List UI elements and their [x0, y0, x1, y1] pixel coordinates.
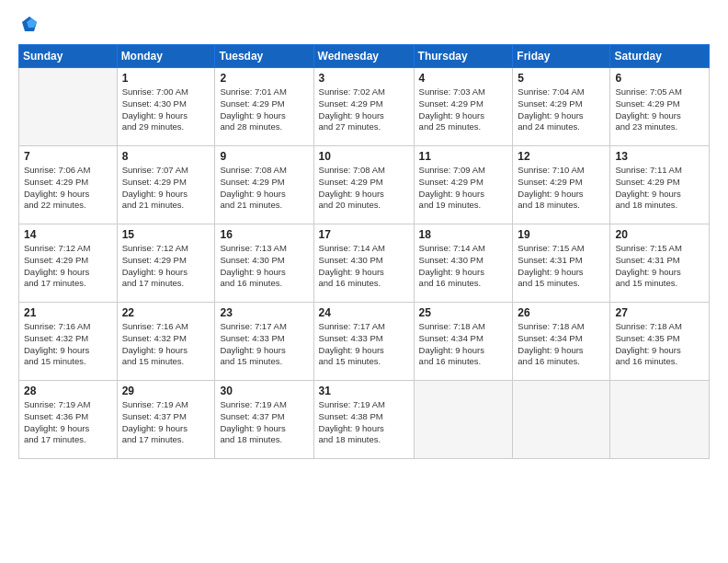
- day-info: Sunrise: 7:13 AM Sunset: 4:30 PM Dayligh…: [220, 243, 308, 290]
- day-info: Sunrise: 7:12 AM Sunset: 4:29 PM Dayligh…: [24, 243, 112, 290]
- calendar-cell: [19, 68, 118, 146]
- calendar-cell: 29Sunrise: 7:19 AM Sunset: 4:37 PM Dayli…: [117, 381, 215, 459]
- weekday-header-thursday: Thursday: [414, 45, 513, 68]
- calendar-cell: 14Sunrise: 7:12 AM Sunset: 4:29 PM Dayli…: [19, 224, 118, 303]
- weekday-header-tuesday: Tuesday: [215, 45, 313, 68]
- calendar-cell: 3Sunrise: 7:02 AM Sunset: 4:29 PM Daylig…: [313, 68, 414, 146]
- day-number: 11: [419, 150, 508, 163]
- week-row-2: 7Sunrise: 7:06 AM Sunset: 4:29 PM Daylig…: [19, 146, 710, 224]
- day-info: Sunrise: 7:11 AM Sunset: 4:29 PM Dayligh…: [615, 165, 704, 212]
- day-info: Sunrise: 7:02 AM Sunset: 4:29 PM Dayligh…: [319, 86, 409, 133]
- day-info: Sunrise: 7:09 AM Sunset: 4:29 PM Dayligh…: [419, 165, 508, 212]
- calendar-cell: 7Sunrise: 7:06 AM Sunset: 4:29 PM Daylig…: [19, 146, 118, 224]
- day-number: 4: [419, 72, 508, 85]
- calendar-cell: 8Sunrise: 7:07 AM Sunset: 4:29 PM Daylig…: [117, 146, 215, 224]
- calendar-cell: 13Sunrise: 7:11 AM Sunset: 4:29 PM Dayli…: [610, 146, 710, 224]
- calendar-cell: [513, 381, 610, 459]
- day-info: Sunrise: 7:01 AM Sunset: 4:29 PM Dayligh…: [220, 86, 308, 133]
- day-number: 10: [319, 150, 409, 163]
- logo-icon: [18, 15, 39, 35]
- day-info: Sunrise: 7:18 AM Sunset: 4:34 PM Dayligh…: [419, 321, 508, 368]
- calendar-page: SundayMondayTuesdayWednesdayThursdayFrid…: [0, 0, 728, 563]
- weekday-header-monday: Monday: [117, 45, 215, 68]
- logo: [18, 15, 42, 35]
- calendar-cell: [414, 381, 513, 459]
- day-number: 24: [319, 306, 409, 319]
- day-info: Sunrise: 7:07 AM Sunset: 4:29 PM Dayligh…: [122, 165, 210, 212]
- calendar-cell: 6Sunrise: 7:05 AM Sunset: 4:29 PM Daylig…: [610, 68, 710, 146]
- day-number: 2: [220, 72, 308, 85]
- day-number: 28: [24, 385, 112, 397]
- calendar-cell: 28Sunrise: 7:19 AM Sunset: 4:36 PM Dayli…: [19, 381, 118, 459]
- calendar-cell: 2Sunrise: 7:01 AM Sunset: 4:29 PM Daylig…: [215, 68, 313, 146]
- day-info: Sunrise: 7:16 AM Sunset: 4:32 PM Dayligh…: [24, 321, 112, 368]
- day-number: 5: [518, 72, 605, 85]
- calendar-cell: 22Sunrise: 7:16 AM Sunset: 4:32 PM Dayli…: [117, 303, 215, 381]
- day-number: 9: [220, 150, 308, 163]
- calendar-cell: [610, 381, 710, 459]
- day-info: Sunrise: 7:18 AM Sunset: 4:35 PM Dayligh…: [615, 321, 704, 368]
- calendar-cell: 1Sunrise: 7:00 AM Sunset: 4:30 PM Daylig…: [117, 68, 215, 146]
- calendar-cell: 30Sunrise: 7:19 AM Sunset: 4:37 PM Dayli…: [215, 381, 313, 459]
- calendar-cell: 19Sunrise: 7:15 AM Sunset: 4:31 PM Dayli…: [513, 224, 610, 303]
- page-header: [18, 15, 710, 35]
- calendar-cell: 5Sunrise: 7:04 AM Sunset: 4:29 PM Daylig…: [513, 68, 610, 146]
- day-number: 22: [122, 306, 210, 319]
- day-info: Sunrise: 7:19 AM Sunset: 4:36 PM Dayligh…: [24, 399, 112, 446]
- day-number: 25: [419, 306, 508, 319]
- day-number: 19: [518, 228, 605, 241]
- day-info: Sunrise: 7:10 AM Sunset: 4:29 PM Dayligh…: [518, 165, 605, 212]
- day-number: 17: [319, 228, 409, 241]
- calendar-cell: 31Sunrise: 7:19 AM Sunset: 4:38 PM Dayli…: [313, 381, 414, 459]
- weekday-header-saturday: Saturday: [610, 45, 710, 68]
- day-number: 7: [24, 150, 112, 163]
- day-number: 6: [615, 72, 704, 85]
- day-number: 18: [419, 228, 508, 241]
- calendar-cell: 25Sunrise: 7:18 AM Sunset: 4:34 PM Dayli…: [414, 303, 513, 381]
- week-row-1: 1Sunrise: 7:00 AM Sunset: 4:30 PM Daylig…: [19, 68, 710, 146]
- calendar-cell: 21Sunrise: 7:16 AM Sunset: 4:32 PM Dayli…: [19, 303, 118, 381]
- day-number: 3: [319, 72, 409, 85]
- day-number: 1: [122, 72, 210, 85]
- weekday-header-row: SundayMondayTuesdayWednesdayThursdayFrid…: [19, 45, 710, 68]
- day-number: 31: [319, 385, 409, 397]
- day-info: Sunrise: 7:03 AM Sunset: 4:29 PM Dayligh…: [419, 86, 508, 133]
- day-info: Sunrise: 7:06 AM Sunset: 4:29 PM Dayligh…: [24, 165, 112, 212]
- calendar-table: SundayMondayTuesdayWednesdayThursdayFrid…: [18, 44, 710, 459]
- weekday-header-friday: Friday: [513, 45, 610, 68]
- calendar-cell: 10Sunrise: 7:08 AM Sunset: 4:29 PM Dayli…: [313, 146, 414, 224]
- day-number: 8: [122, 150, 210, 163]
- day-info: Sunrise: 7:12 AM Sunset: 4:29 PM Dayligh…: [122, 243, 210, 290]
- week-row-4: 21Sunrise: 7:16 AM Sunset: 4:32 PM Dayli…: [19, 303, 710, 381]
- day-info: Sunrise: 7:17 AM Sunset: 4:33 PM Dayligh…: [220, 321, 308, 368]
- day-info: Sunrise: 7:19 AM Sunset: 4:37 PM Dayligh…: [220, 399, 308, 446]
- day-number: 26: [518, 306, 605, 319]
- calendar-cell: 9Sunrise: 7:08 AM Sunset: 4:29 PM Daylig…: [215, 146, 313, 224]
- calendar-cell: 26Sunrise: 7:18 AM Sunset: 4:34 PM Dayli…: [513, 303, 610, 381]
- day-number: 21: [24, 306, 112, 319]
- day-info: Sunrise: 7:08 AM Sunset: 4:29 PM Dayligh…: [319, 165, 409, 212]
- day-info: Sunrise: 7:00 AM Sunset: 4:30 PM Dayligh…: [122, 86, 210, 133]
- day-info: Sunrise: 7:04 AM Sunset: 4:29 PM Dayligh…: [518, 86, 605, 133]
- day-info: Sunrise: 7:17 AM Sunset: 4:33 PM Dayligh…: [319, 321, 409, 368]
- day-number: 27: [615, 306, 704, 319]
- day-number: 30: [220, 385, 308, 397]
- day-info: Sunrise: 7:18 AM Sunset: 4:34 PM Dayligh…: [518, 321, 605, 368]
- day-info: Sunrise: 7:15 AM Sunset: 4:31 PM Dayligh…: [615, 243, 704, 290]
- day-info: Sunrise: 7:19 AM Sunset: 4:38 PM Dayligh…: [319, 399, 409, 446]
- calendar-cell: 24Sunrise: 7:17 AM Sunset: 4:33 PM Dayli…: [313, 303, 414, 381]
- day-info: Sunrise: 7:08 AM Sunset: 4:29 PM Dayligh…: [220, 165, 308, 212]
- calendar-cell: 16Sunrise: 7:13 AM Sunset: 4:30 PM Dayli…: [215, 224, 313, 303]
- calendar-cell: 4Sunrise: 7:03 AM Sunset: 4:29 PM Daylig…: [414, 68, 513, 146]
- week-row-3: 14Sunrise: 7:12 AM Sunset: 4:29 PM Dayli…: [19, 224, 710, 303]
- day-info: Sunrise: 7:15 AM Sunset: 4:31 PM Dayligh…: [518, 243, 605, 290]
- calendar-cell: 27Sunrise: 7:18 AM Sunset: 4:35 PM Dayli…: [610, 303, 710, 381]
- calendar-cell: 12Sunrise: 7:10 AM Sunset: 4:29 PM Dayli…: [513, 146, 610, 224]
- calendar-cell: 15Sunrise: 7:12 AM Sunset: 4:29 PM Dayli…: [117, 224, 215, 303]
- day-number: 14: [24, 228, 112, 241]
- day-number: 13: [615, 150, 704, 163]
- day-number: 20: [615, 228, 704, 241]
- day-number: 16: [220, 228, 308, 241]
- day-info: Sunrise: 7:05 AM Sunset: 4:29 PM Dayligh…: [615, 86, 704, 133]
- day-info: Sunrise: 7:16 AM Sunset: 4:32 PM Dayligh…: [122, 321, 210, 368]
